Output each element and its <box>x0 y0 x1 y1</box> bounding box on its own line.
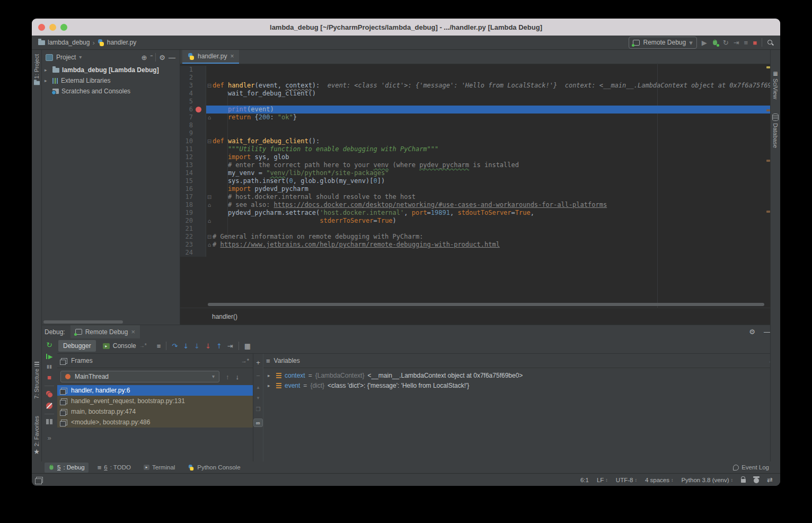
chevron-down-icon[interactable]: ▾ <box>79 55 82 60</box>
line-number[interactable]: 1 <box>180 66 193 74</box>
gutter[interactable] <box>193 241 206 249</box>
collapse-all-icon[interactable]: ˇˆ <box>150 55 152 60</box>
code-line[interactable]: 18⌂ # see also: https://docs.docker.com/… <box>180 201 771 209</box>
breadcrumb-function[interactable]: handler() <box>212 313 237 320</box>
breakpoint-icon[interactable] <box>196 107 201 112</box>
highlighting-level-icon[interactable] <box>754 478 759 483</box>
line-number[interactable]: 4 <box>180 90 193 98</box>
line-number[interactable]: 7 <box>180 114 193 121</box>
duplicate-icon[interactable]: ❐ <box>256 407 261 412</box>
line-number[interactable]: 23 <box>180 241 193 249</box>
gutter[interactable] <box>193 209 206 217</box>
gutter[interactable] <box>193 121 206 129</box>
expand-arrow-icon[interactable]: ▸ <box>45 78 50 83</box>
tool-stripe-sciview[interactable]: ▦ SciView <box>771 71 780 99</box>
code-line[interactable]: 22⊟# General information on remote debug… <box>180 233 771 241</box>
line-number[interactable]: 10 <box>180 137 193 145</box>
gutter[interactable] <box>193 169 206 177</box>
line-number[interactable]: 24 <box>180 249 193 257</box>
code-text[interactable]: ⊟def wait_for_debug_client(): <box>206 137 771 145</box>
variable-row[interactable]: ▸event={dict}<class 'dict'>: {'message':… <box>263 380 780 390</box>
line-number[interactable]: 2 <box>180 74 193 82</box>
restore-layout-icon[interactable] <box>46 419 52 424</box>
step-into-icon[interactable]: ↓ <box>183 342 189 350</box>
run-to-cursor-icon[interactable]: ⇥ <box>227 342 233 350</box>
status-item[interactable]: UTF-8↕ <box>616 477 637 483</box>
code-text[interactable]: ⊟# General information on remote debuggi… <box>206 233 771 241</box>
hide-frames-icon[interactable]: →* <box>241 358 249 364</box>
code-text[interactable]: import pydevd_pycharm <box>206 185 771 193</box>
inspection-indicator[interactable] <box>766 66 770 68</box>
code-line[interactable]: 19 pydevd_pycharm.settrace('host.docker.… <box>180 209 771 217</box>
tool-window-switcher-icon[interactable] <box>36 477 43 483</box>
stop-icon[interactable]: ■ <box>47 374 51 381</box>
code-line[interactable]: 13 # enter the correct path here to your… <box>180 161 771 169</box>
profiler-icon[interactable]: ↻ <box>723 39 729 46</box>
status-item[interactable]: 6:1 <box>580 477 589 483</box>
unlock-icon[interactable] <box>741 479 746 483</box>
show-watches-icon[interactable]: ∞ <box>253 419 263 427</box>
code-line[interactable]: 3⊟def handler(event, context): event: <c… <box>180 82 771 90</box>
code-line[interactable]: 23⌂# https://www.jetbrains.com/help/pych… <box>180 241 771 249</box>
code-text[interactable]: """Utility function to enable debugging … <box>206 145 771 153</box>
stack-frame[interactable]: handler, handler.py:6 <box>57 385 253 396</box>
gutter[interactable] <box>193 153 206 161</box>
tool-stripe-project[interactable]: 1: Project <box>32 54 41 85</box>
tab-debugger[interactable]: Debugger <box>58 340 96 352</box>
gutter[interactable] <box>193 114 206 121</box>
gutter[interactable] <box>193 145 206 153</box>
expand-arrow-icon[interactable]: ▸ <box>45 67 50 73</box>
code-line[interactable]: 9 <box>180 129 771 137</box>
project-tree-item[interactable]: ▸lambda_debug [Lambda Debug] <box>41 65 180 75</box>
line-number[interactable]: 13 <box>180 161 193 169</box>
gutter[interactable] <box>193 98 206 106</box>
line-number[interactable]: 14 <box>180 169 193 177</box>
gear-icon[interactable]: ⚙ <box>749 328 755 335</box>
step-into-my-code-icon[interactable]: ↓ <box>205 342 211 350</box>
line-number[interactable]: 9 <box>180 129 193 137</box>
gutter[interactable] <box>193 193 206 201</box>
code-line[interactable]: 21 <box>180 225 771 233</box>
force-step-into-icon[interactable]: ↓ <box>194 342 200 350</box>
code-text[interactable]: # enter the correct path here to your ve… <box>206 161 771 169</box>
code-text[interactable] <box>206 98 771 106</box>
run-with-coverage-icon[interactable]: ⇥ <box>734 39 739 46</box>
step-over-icon[interactable]: ↷ <box>172 342 178 350</box>
running-processes-icon[interactable]: ≡ <box>744 39 748 46</box>
code-line[interactable]: 10⊟def wait_for_debug_client(): <box>180 137 771 145</box>
code-text[interactable]: pydevd_pycharm.settrace('host.docker.int… <box>206 209 771 217</box>
remove-watch-icon[interactable]: − <box>256 372 260 379</box>
gutter[interactable] <box>193 82 206 90</box>
code-text[interactable]: sys.path.insert(0, glob.glob(my_venv)[0]… <box>206 177 771 185</box>
move-down-icon[interactable]: ▼ <box>256 396 260 400</box>
code-line[interactable]: 2 <box>180 74 771 82</box>
code-line[interactable]: 17⊟ # host.docker.internal should resolv… <box>180 193 771 201</box>
hide-icon[interactable]: — <box>169 54 175 61</box>
gutter[interactable] <box>193 74 206 82</box>
line-number[interactable]: 3 <box>180 82 193 90</box>
code-text[interactable]: ⊟ # host.docker.internal should resolve … <box>206 193 771 201</box>
expand-arrow-icon[interactable]: ▸ <box>268 383 273 388</box>
variable-row[interactable]: ▸context={LambdaContext}<__main__.Lambda… <box>263 370 780 380</box>
sync-icon[interactable]: ⇄ <box>767 476 773 483</box>
line-number[interactable]: 6 <box>180 106 193 114</box>
run-icon[interactable]: ▶ <box>702 39 707 46</box>
line-number[interactable]: 21 <box>180 225 193 233</box>
breadcrumb-file[interactable]: handler.py <box>107 39 136 46</box>
titlebar[interactable]: lambda_debug [~/PycharmProjects/lambda_d… <box>32 19 780 36</box>
debug-icon[interactable] <box>712 39 718 46</box>
close-icon[interactable]: × <box>131 328 135 335</box>
gutter[interactable] <box>193 217 206 225</box>
gutter[interactable] <box>193 137 206 145</box>
pause-icon[interactable]: ▮▮ <box>47 364 52 369</box>
move-up-icon[interactable]: ▲ <box>256 386 260 390</box>
code-text[interactable]: ⌂ # see also: https://docs.docker.com/de… <box>206 201 771 209</box>
gutter[interactable] <box>193 225 206 233</box>
gutter[interactable] <box>193 66 206 74</box>
code-text[interactable]: ⌂# https://www.jetbrains.com/help/pychar… <box>206 241 771 249</box>
fold-marker-icon[interactable]: ⌂ <box>206 114 213 121</box>
code-text[interactable]: ⊟def handler(event, context): event: <cl… <box>206 82 771 90</box>
line-number[interactable]: 8 <box>180 121 193 129</box>
gutter[interactable] <box>193 106 206 114</box>
tool-stripe-database[interactable]: Database <box>771 114 780 148</box>
